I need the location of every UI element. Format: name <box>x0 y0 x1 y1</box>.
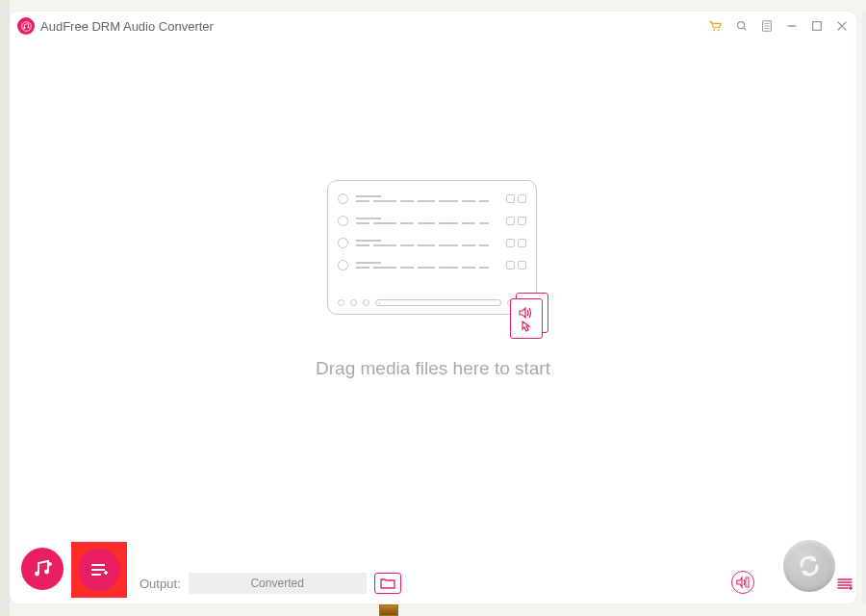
app-logo-icon <box>17 17 35 35</box>
svg-point-2 <box>27 26 29 28</box>
svg-point-4 <box>718 30 720 32</box>
maximize-icon[interactable] <box>808 17 826 35</box>
svg-point-0 <box>21 21 31 31</box>
svg-point-3 <box>713 30 715 32</box>
audio-file-stack-icon <box>510 293 548 339</box>
drop-illustration <box>327 180 539 329</box>
titlebar: AudFree DRM Audio Converter <box>10 12 856 40</box>
close-icon[interactable] <box>833 17 851 35</box>
svg-rect-24 <box>746 578 749 587</box>
output-label: Output: <box>140 577 181 591</box>
right-edge-strip <box>862 12 866 603</box>
svg-point-16 <box>44 570 49 575</box>
app-title: AudFree DRM Audio Converter <box>40 19 706 34</box>
playlist-panel-illustration <box>327 180 537 315</box>
svg-line-6 <box>744 28 747 31</box>
minimize-icon[interactable] <box>783 17 801 35</box>
open-output-folder-button[interactable] <box>374 573 401 594</box>
search-icon[interactable] <box>733 17 751 35</box>
cart-icon[interactable] <box>706 17 724 35</box>
app-window: AudFree DRM Audio Converter <box>10 12 856 603</box>
add-music-button[interactable] <box>21 548 64 590</box>
menu-icon[interactable] <box>758 17 776 35</box>
svg-point-5 <box>738 22 745 29</box>
queue-list-button[interactable] <box>833 571 856 594</box>
add-files-button[interactable] <box>78 549 120 591</box>
bottom-toolbar: Output: Converted <box>10 531 856 603</box>
drop-zone[interactable]: Drag media files here to start <box>316 84 550 379</box>
svg-point-1 <box>23 26 25 28</box>
output-folder-display[interactable]: Converted <box>189 573 367 594</box>
output-area: Output: Converted <box>140 573 401 594</box>
output-format-button[interactable] <box>731 571 754 594</box>
background-thumbnail <box>379 604 398 616</box>
drop-hint-text: Drag media files here to start <box>316 358 550 379</box>
convert-button[interactable] <box>783 540 835 592</box>
highlight-annotation <box>71 542 127 598</box>
svg-point-15 <box>35 572 39 577</box>
background-panel <box>0 0 10 616</box>
svg-rect-12 <box>813 22 822 31</box>
titlebar-controls <box>706 17 851 35</box>
